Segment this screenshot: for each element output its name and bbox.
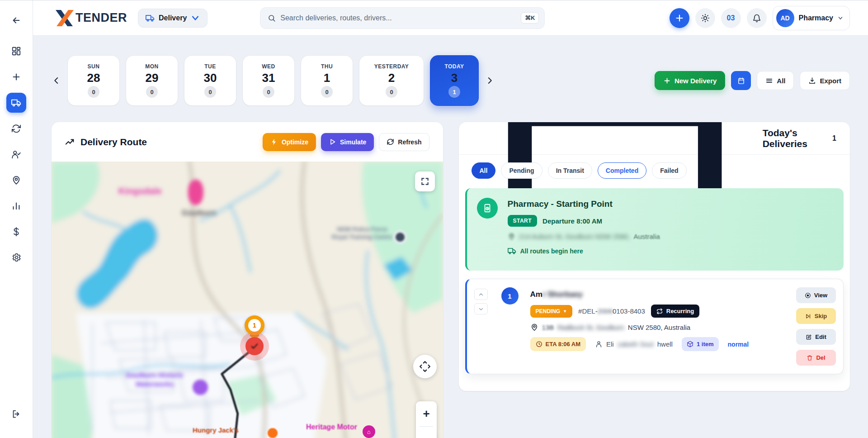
addr-start: 13B [542,324,554,331]
chevron-up-icon [478,292,484,297]
filter-all-button[interactable]: All [757,71,794,90]
refresh-label: Refresh [398,138,421,146]
page-content: SUN 28 0 MON 29 0 TUE 30 0 WED 31 0 [33,36,868,438]
driver-info: Elizabeth Southwell [595,340,673,348]
map-background [52,162,443,438]
id-prefix: #DEL- [578,307,598,315]
address-visible: Australia [633,233,660,240]
quick-add-button[interactable] [670,8,689,28]
day-count-badge: 0 [263,86,274,98]
map-pan-button[interactable] [413,355,437,378]
day-card-today-selected[interactable]: TODAY 3 1 [430,55,479,106]
map-zoom-in-button[interactable]: + [416,401,437,426]
tab-all[interactable]: All [472,162,496,179]
location-pin-icon [508,233,515,240]
map-fullscreen-button[interactable] [415,171,435,191]
settings-gear-icon[interactable] [6,248,26,267]
eta-badge: ETA 8:06 AM [530,337,586,351]
todays-deliveries-panel: Today's Deliveries 1 All Pending In Tran… [459,122,850,391]
notifications-button[interactable] [747,8,767,28]
address-blurred: 214 Auburn St, Goulburn NSW 2580, [519,233,630,240]
items-badge: 1 item [682,337,719,351]
driver-start: Eli [606,340,614,348]
view-button[interactable]: View [796,287,836,303]
day-card-tue[interactable]: TUE 30 0 [184,55,236,106]
skip-button[interactable]: Skip [796,308,836,324]
delivery-actions: View Skip Edit [796,287,836,366]
calendar-icon [737,77,745,85]
tab-pending[interactable]: Pending [501,162,542,179]
map-zoom-out-button[interactable]: − [416,427,437,438]
simulate-button[interactable]: Simulate [321,133,374,151]
logo-text: TENDER [75,11,127,25]
status-badge[interactable]: PENDING ▼ [530,305,573,318]
map-purple-marker [193,380,208,395]
module-selector[interactable]: Delivery [138,9,208,28]
profile-name: Pharmacy [799,14,834,22]
stop-number: 1 [248,319,261,332]
avatar: AD [776,9,794,27]
calendar-view-button[interactable] [731,71,751,90]
day-label: WED [262,63,275,70]
theme-toggle-button[interactable] [695,8,715,28]
sidebar-item-deliveries-truck-icon[interactable] [6,93,26,113]
eye-icon [805,292,811,299]
chevron-left-icon [52,76,61,85]
day-card-thu[interactable]: THU 1 0 [301,55,353,106]
logout-icon[interactable] [6,404,26,424]
tab-in-transit[interactable]: In Transit [548,162,592,179]
day-number: 31 [262,72,275,84]
sync-icon[interactable] [6,119,26,138]
export-button[interactable]: Export [800,71,850,90]
starting-point-title: Pharmacy - Starting Point [508,199,660,209]
move-up-button[interactable] [474,289,488,300]
day-card-mon[interactable]: MON 29 0 [126,55,178,106]
notifications-count-badge[interactable]: 03 [721,8,741,28]
route-map[interactable]: Kingsdale Goulburn NSW Police Force Roya… [52,162,443,438]
search-input[interactable] [280,14,516,22]
new-delivery-button[interactable]: New Delivery [655,71,725,90]
dates-prev-button[interactable] [52,76,61,86]
route-panel-title: Delivery Route [80,137,147,148]
deliveries-count: 1 [832,134,836,143]
dates-next-button[interactable] [485,76,495,86]
delete-button[interactable]: Del [796,350,836,366]
map-current-position-marker[interactable] [240,332,269,361]
map-restaurant-marker [268,428,278,438]
check-icon [250,342,259,350]
day-card-wed[interactable]: WED 31 0 [242,55,295,106]
back-arrow-icon[interactable] [6,10,26,30]
locations-icon[interactable] [6,170,26,190]
day-card-yesterday[interactable]: YESTERDAY 2 0 [359,55,424,106]
day-count-badge: 0 [146,86,158,98]
reorder-controls [474,287,488,366]
stop-number-badge: 1 [501,287,519,305]
starting-point-card: Pharmacy - Starting Point START Departur… [465,188,844,271]
profile-menu[interactable]: AD Pharmacy [773,6,850,30]
trending-up-icon [65,137,75,147]
edit-label: Edit [815,333,826,340]
logo-x-icon [55,10,75,26]
add-icon[interactable] [6,67,26,87]
map-motel-marker: ⌂ [363,425,375,438]
name-blurred: r Shorbaey [542,290,583,299]
tab-completed[interactable]: Completed [598,162,646,179]
move-down-button[interactable] [474,303,488,314]
billing-icon[interactable] [6,222,26,242]
pharmacy-icon [477,198,498,219]
start-badge: START [508,215,538,227]
edit-button[interactable]: Edit [796,329,836,345]
analytics-icon[interactable] [6,196,26,216]
id-blurred: 2006 [598,307,613,315]
day-card-sun[interactable]: SUN 28 0 [67,55,120,106]
dashboard-icon[interactable] [6,41,26,61]
truck-icon [508,247,516,255]
day-label: THU [321,63,333,70]
refresh-button[interactable]: Refresh [379,133,429,151]
drivers-icon[interactable] [6,144,26,164]
export-label: Export [820,77,841,85]
keyboard-shortcut-badge: ⌘K [521,12,539,24]
optimize-button[interactable]: Optimize [263,133,316,151]
map-poi-marker [393,230,407,244]
tab-failed[interactable]: Failed [652,162,686,179]
